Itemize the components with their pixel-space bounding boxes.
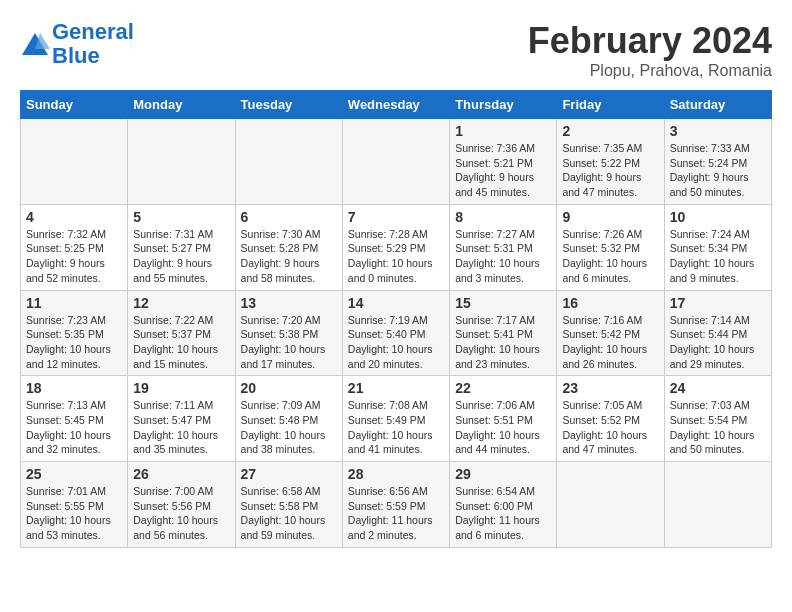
calendar-cell: [128, 119, 235, 205]
calendar-table: SundayMondayTuesdayWednesdayThursdayFrid…: [20, 90, 772, 548]
day-number: 8: [455, 209, 551, 225]
calendar-cell: 5Sunrise: 7:31 AM Sunset: 5:27 PM Daylig…: [128, 204, 235, 290]
day-number: 19: [133, 380, 229, 396]
day-info: Sunrise: 7:08 AM Sunset: 5:49 PM Dayligh…: [348, 398, 444, 457]
day-info: Sunrise: 7:03 AM Sunset: 5:54 PM Dayligh…: [670, 398, 766, 457]
day-number: 12: [133, 295, 229, 311]
day-header-monday: Monday: [128, 91, 235, 119]
day-info: Sunrise: 6:56 AM Sunset: 5:59 PM Dayligh…: [348, 484, 444, 543]
day-number: 11: [26, 295, 122, 311]
day-number: 3: [670, 123, 766, 139]
title-block: February 2024 Plopu, Prahova, Romania: [528, 20, 772, 80]
calendar-cell: [21, 119, 128, 205]
logo: General Blue: [20, 20, 134, 68]
day-info: Sunrise: 7:14 AM Sunset: 5:44 PM Dayligh…: [670, 313, 766, 372]
day-number: 2: [562, 123, 658, 139]
day-info: Sunrise: 7:19 AM Sunset: 5:40 PM Dayligh…: [348, 313, 444, 372]
calendar-cell: 7Sunrise: 7:28 AM Sunset: 5:29 PM Daylig…: [342, 204, 449, 290]
day-info: Sunrise: 7:22 AM Sunset: 5:37 PM Dayligh…: [133, 313, 229, 372]
day-number: 7: [348, 209, 444, 225]
day-info: Sunrise: 7:24 AM Sunset: 5:34 PM Dayligh…: [670, 227, 766, 286]
day-number: 28: [348, 466, 444, 482]
calendar-cell: 14Sunrise: 7:19 AM Sunset: 5:40 PM Dayli…: [342, 290, 449, 376]
day-header-tuesday: Tuesday: [235, 91, 342, 119]
calendar-cell: 29Sunrise: 6:54 AM Sunset: 6:00 PM Dayli…: [450, 462, 557, 548]
calendar-cell: [557, 462, 664, 548]
day-info: Sunrise: 6:54 AM Sunset: 6:00 PM Dayligh…: [455, 484, 551, 543]
day-number: 29: [455, 466, 551, 482]
day-number: 15: [455, 295, 551, 311]
day-header-saturday: Saturday: [664, 91, 771, 119]
calendar-cell: 20Sunrise: 7:09 AM Sunset: 5:48 PM Dayli…: [235, 376, 342, 462]
calendar-cell: 2Sunrise: 7:35 AM Sunset: 5:22 PM Daylig…: [557, 119, 664, 205]
day-number: 27: [241, 466, 337, 482]
day-info: Sunrise: 7:06 AM Sunset: 5:51 PM Dayligh…: [455, 398, 551, 457]
day-number: 6: [241, 209, 337, 225]
calendar-cell: 21Sunrise: 7:08 AM Sunset: 5:49 PM Dayli…: [342, 376, 449, 462]
day-number: 5: [133, 209, 229, 225]
day-number: 26: [133, 466, 229, 482]
logo-icon: [20, 29, 50, 59]
day-info: Sunrise: 7:30 AM Sunset: 5:28 PM Dayligh…: [241, 227, 337, 286]
calendar-cell: [664, 462, 771, 548]
day-info: Sunrise: 7:36 AM Sunset: 5:21 PM Dayligh…: [455, 141, 551, 200]
day-number: 21: [348, 380, 444, 396]
day-info: Sunrise: 7:05 AM Sunset: 5:52 PM Dayligh…: [562, 398, 658, 457]
day-number: 23: [562, 380, 658, 396]
day-info: Sunrise: 7:35 AM Sunset: 5:22 PM Dayligh…: [562, 141, 658, 200]
day-info: Sunrise: 7:20 AM Sunset: 5:38 PM Dayligh…: [241, 313, 337, 372]
header-row: SundayMondayTuesdayWednesdayThursdayFrid…: [21, 91, 772, 119]
calendar-cell: 1Sunrise: 7:36 AM Sunset: 5:21 PM Daylig…: [450, 119, 557, 205]
calendar-cell: 16Sunrise: 7:16 AM Sunset: 5:42 PM Dayli…: [557, 290, 664, 376]
day-number: 20: [241, 380, 337, 396]
day-number: 18: [26, 380, 122, 396]
calendar-cell: 25Sunrise: 7:01 AM Sunset: 5:55 PM Dayli…: [21, 462, 128, 548]
day-number: 17: [670, 295, 766, 311]
day-header-friday: Friday: [557, 91, 664, 119]
day-number: 10: [670, 209, 766, 225]
week-row-4: 18Sunrise: 7:13 AM Sunset: 5:45 PM Dayli…: [21, 376, 772, 462]
calendar-cell: 18Sunrise: 7:13 AM Sunset: 5:45 PM Dayli…: [21, 376, 128, 462]
week-row-5: 25Sunrise: 7:01 AM Sunset: 5:55 PM Dayli…: [21, 462, 772, 548]
calendar-cell: 4Sunrise: 7:32 AM Sunset: 5:25 PM Daylig…: [21, 204, 128, 290]
location: Plopu, Prahova, Romania: [528, 62, 772, 80]
day-info: Sunrise: 7:16 AM Sunset: 5:42 PM Dayligh…: [562, 313, 658, 372]
day-number: 4: [26, 209, 122, 225]
calendar-cell: 24Sunrise: 7:03 AM Sunset: 5:54 PM Dayli…: [664, 376, 771, 462]
calendar-cell: 11Sunrise: 7:23 AM Sunset: 5:35 PM Dayli…: [21, 290, 128, 376]
day-header-sunday: Sunday: [21, 91, 128, 119]
calendar-cell: [342, 119, 449, 205]
day-number: 1: [455, 123, 551, 139]
day-info: Sunrise: 7:09 AM Sunset: 5:48 PM Dayligh…: [241, 398, 337, 457]
calendar-cell: 19Sunrise: 7:11 AM Sunset: 5:47 PM Dayli…: [128, 376, 235, 462]
calendar-cell: 28Sunrise: 6:56 AM Sunset: 5:59 PM Dayli…: [342, 462, 449, 548]
day-number: 13: [241, 295, 337, 311]
calendar-cell: 9Sunrise: 7:26 AM Sunset: 5:32 PM Daylig…: [557, 204, 664, 290]
day-info: Sunrise: 7:17 AM Sunset: 5:41 PM Dayligh…: [455, 313, 551, 372]
week-row-2: 4Sunrise: 7:32 AM Sunset: 5:25 PM Daylig…: [21, 204, 772, 290]
day-number: 24: [670, 380, 766, 396]
day-number: 25: [26, 466, 122, 482]
calendar-cell: 8Sunrise: 7:27 AM Sunset: 5:31 PM Daylig…: [450, 204, 557, 290]
logo-text: General Blue: [52, 20, 134, 68]
calendar-cell: 22Sunrise: 7:06 AM Sunset: 5:51 PM Dayli…: [450, 376, 557, 462]
day-number: 22: [455, 380, 551, 396]
day-number: 9: [562, 209, 658, 225]
day-number: 16: [562, 295, 658, 311]
calendar-cell: 6Sunrise: 7:30 AM Sunset: 5:28 PM Daylig…: [235, 204, 342, 290]
calendar-cell: 15Sunrise: 7:17 AM Sunset: 5:41 PM Dayli…: [450, 290, 557, 376]
day-info: Sunrise: 7:11 AM Sunset: 5:47 PM Dayligh…: [133, 398, 229, 457]
day-info: Sunrise: 7:23 AM Sunset: 5:35 PM Dayligh…: [26, 313, 122, 372]
month-title: February 2024: [528, 20, 772, 62]
day-info: Sunrise: 7:32 AM Sunset: 5:25 PM Dayligh…: [26, 227, 122, 286]
calendar-cell: 10Sunrise: 7:24 AM Sunset: 5:34 PM Dayli…: [664, 204, 771, 290]
day-info: Sunrise: 7:00 AM Sunset: 5:56 PM Dayligh…: [133, 484, 229, 543]
day-header-thursday: Thursday: [450, 91, 557, 119]
calendar-cell: 23Sunrise: 7:05 AM Sunset: 5:52 PM Dayli…: [557, 376, 664, 462]
calendar-cell: [235, 119, 342, 205]
day-info: Sunrise: 7:31 AM Sunset: 5:27 PM Dayligh…: [133, 227, 229, 286]
week-row-3: 11Sunrise: 7:23 AM Sunset: 5:35 PM Dayli…: [21, 290, 772, 376]
calendar-cell: 26Sunrise: 7:00 AM Sunset: 5:56 PM Dayli…: [128, 462, 235, 548]
day-header-wednesday: Wednesday: [342, 91, 449, 119]
calendar-cell: 27Sunrise: 6:58 AM Sunset: 5:58 PM Dayli…: [235, 462, 342, 548]
